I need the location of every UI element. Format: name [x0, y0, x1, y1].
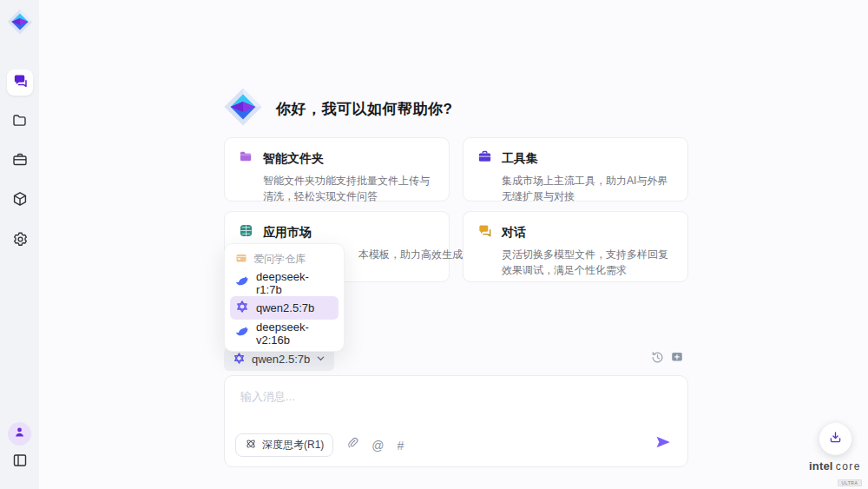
greeting-title: 你好，我可以如何帮助你? — [276, 99, 452, 119]
card-title: 对话 — [502, 225, 526, 241]
send-plane-icon — [655, 434, 671, 453]
card-dialog[interactable]: 对话 灵活切换多模型文件，支持多样回复效果调试，满足个性化需求 — [463, 211, 688, 282]
collapse-sidebar-button[interactable] — [8, 450, 31, 473]
deepseek-icon — [235, 274, 249, 291]
card-toolset[interactable]: 工具集 集成市场上主流工具，助力AI与外界无缝扩展与对接 — [463, 137, 688, 202]
intel-word: intel — [809, 459, 833, 472]
toolset-icon — [477, 149, 492, 168]
model-menu: 爱问学仓库 deepseek-r1:7b qwen2.5:7b — [224, 243, 345, 352]
app-logo-icon — [5, 7, 35, 36]
sidebar-item-settings[interactable] — [7, 228, 33, 254]
send-button[interactable] — [654, 435, 672, 453]
deep-think-label: 深度思考(R1) — [262, 438, 324, 453]
message-composer: 深度思考(R1) @ # — [224, 375, 688, 467]
model-menu-group: 爱问学仓库 — [230, 248, 339, 269]
qwen-icon — [235, 300, 249, 316]
card-title: 智能文件夹 — [263, 151, 324, 167]
card-title: 工具集 — [502, 151, 538, 167]
chat-bubbles-icon — [12, 73, 29, 93]
repo-icon — [235, 252, 247, 267]
topic-icon[interactable]: # — [398, 439, 404, 452]
card-description: 灵活切换多模型文件，支持多样回复效果调试，满足个性化需求 — [502, 247, 674, 278]
model-menu-item-deepseek-r1[interactable]: deepseek-r1:7b — [230, 271, 339, 294]
greeting-logo-icon — [222, 86, 264, 131]
model-menu-item-qwen[interactable]: qwen2.5:7b — [230, 296, 339, 320]
download-button[interactable] — [819, 423, 852, 455]
card-smart-folder[interactable]: 智能文件夹 智能文件夹功能支持批量文件上传与清洗，轻松实现文件问答 — [224, 137, 450, 202]
model-menu-item-deepseek-v2[interactable]: deepseek-v2:16b — [230, 321, 339, 345]
card-description: 智能文件夹功能支持批量文件上传与清洗，轻松实现文件问答 — [263, 173, 435, 204]
model-menu-item-label: deepseek-v2:16b — [256, 320, 333, 347]
gear-icon — [12, 231, 29, 251]
cube-icon — [12, 191, 28, 210]
message-input[interactable] — [225, 376, 687, 433]
composer-toolbar: 深度思考(R1) @ # — [235, 433, 404, 457]
sidebar-item-folders[interactable] — [7, 109, 33, 135]
intel-ultra-badge: ultra — [838, 479, 861, 486]
paperclip-icon — [346, 437, 358, 453]
app-screen: 你好，我可以如何帮助你? 智能文件夹 智能文件夹功能支持批量文件上传与清洗，轻松… — [0, 0, 868, 489]
atom-icon — [245, 438, 257, 453]
new-chat-button[interactable] — [669, 351, 685, 367]
card-description: 本模板，助力高效生成多 — [358, 247, 435, 262]
folder-icon — [12, 113, 28, 132]
model-menu-item-label: deepseek-r1:7b — [256, 270, 333, 296]
sidebar-item-toolbox[interactable] — [7, 149, 33, 175]
smart-folder-icon — [239, 149, 253, 168]
mention-icon[interactable]: @ — [372, 439, 384, 452]
greeting: 你好，我可以如何帮助你? — [222, 86, 452, 131]
deep-think-toggle[interactable]: 深度思考(R1) — [235, 433, 333, 457]
user-avatar[interactable] — [8, 422, 31, 446]
chevron-down-icon — [316, 353, 326, 366]
download-icon — [828, 430, 843, 448]
intel-core-logo: intel core ultra — [804, 459, 866, 488]
model-menu-item-label: qwen2.5:7b — [256, 301, 314, 314]
card-title: 应用市场 — [263, 225, 312, 241]
panel-layout-icon — [12, 453, 28, 472]
history-button[interactable] — [649, 351, 665, 367]
attach-file-button[interactable] — [346, 437, 358, 453]
new-chat-icon — [670, 350, 684, 367]
briefcase-icon — [12, 152, 28, 171]
qwen-icon — [233, 352, 246, 367]
sidebar-item-models[interactable] — [7, 188, 33, 214]
model-menu-group-label: 爱问学仓库 — [253, 252, 306, 267]
dialog-icon — [477, 223, 492, 241]
sidebar-item-chat[interactable] — [7, 69, 33, 96]
core-word: core — [836, 460, 861, 472]
deepseek-icon — [235, 325, 249, 341]
card-description: 集成市场上主流工具，助力AI与外界无缝扩展与对接 — [502, 173, 674, 204]
model-selector-label: qwen2.5:7b — [252, 353, 310, 366]
history-icon — [650, 350, 665, 368]
person-icon — [13, 426, 26, 442]
sidebar — [0, 0, 39, 489]
app-market-icon — [239, 223, 253, 241]
